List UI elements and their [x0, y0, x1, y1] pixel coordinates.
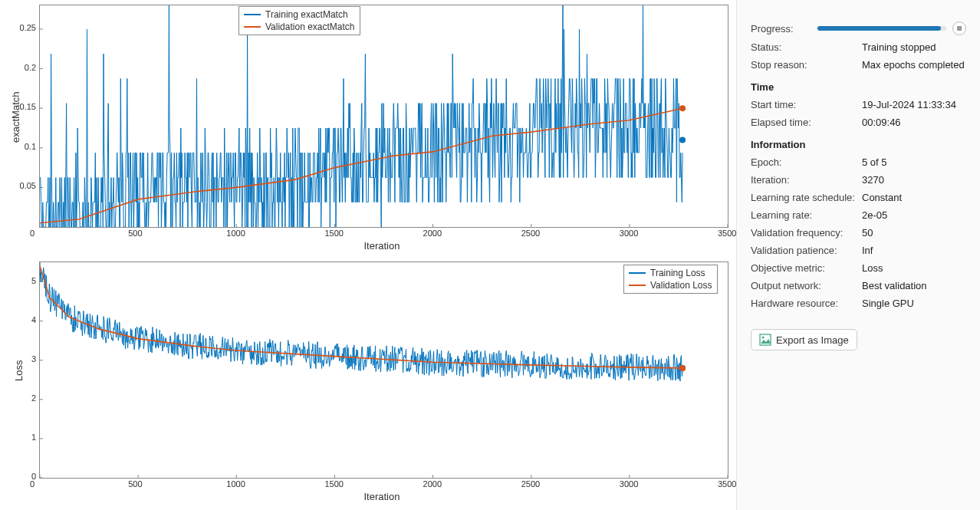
y-tick-label: 5 — [13, 276, 36, 285]
y-tick-label: 0.05 — [13, 181, 36, 190]
info-header: Information — [751, 139, 966, 150]
elapsed-value: 00:09:46 — [862, 117, 901, 128]
x-tick-label: 1500 — [324, 229, 343, 238]
info-panel: Progress: Status: Training stopped Stop … — [736, 0, 980, 510]
hw-value: Single GPU — [862, 298, 914, 309]
y-tick-label: 0.15 — [13, 102, 36, 111]
x-tick-label: 500 — [128, 479, 142, 489]
hw-label: Hardware resource: — [751, 298, 862, 309]
x-tick-label: 1000 — [226, 229, 245, 238]
vpat-value: Inf — [862, 245, 873, 256]
lrs-value: Constant — [862, 192, 902, 203]
y-tick-label: 3 — [13, 354, 36, 364]
x-tick-label: 3500 — [718, 229, 736, 238]
lr-label: Learning rate: — [751, 209, 862, 221]
y-axis-label-1: exactMatch — [10, 91, 21, 142]
legend-train-em: Training exactMatch — [265, 8, 348, 21]
export-button[interactable]: Export as Image — [751, 329, 857, 350]
y-tick-label: 0 — [13, 472, 36, 481]
x-tick-label: 0 — [30, 229, 35, 238]
outnet-label: Output network: — [751, 280, 862, 291]
svg-point-30 — [679, 365, 686, 371]
y-tick-label: 4 — [13, 315, 36, 324]
y-tick-label: 2 — [13, 393, 36, 403]
outnet-value: Best validation — [862, 280, 927, 291]
obj-label: Objective metric: — [751, 262, 862, 274]
status-label: Status: — [751, 41, 862, 53]
vfreq-label: Validation frequency: — [751, 227, 862, 239]
svg-point-14 — [679, 105, 686, 111]
epoch-label: Epoch: — [751, 156, 862, 168]
x-axis-label-2: Iteration — [364, 491, 400, 502]
start-time-value: 19-Jul-2024 11:33:34 — [862, 99, 956, 110]
exactmatch-chart — [39, 5, 728, 228]
x-tick-label: 2000 — [423, 479, 442, 489]
obj-value: Loss — [862, 262, 883, 274]
stop-reason-label: Stop reason: — [751, 59, 862, 71]
progress-label: Progress: — [751, 23, 817, 35]
stop-icon — [957, 26, 962, 31]
y-tick-label: 0.2 — [13, 63, 36, 72]
charts-panel: Training exactMatch Validation exactMatc… — [0, 0, 736, 510]
stop-button[interactable] — [952, 21, 966, 35]
x-tick-label: 3000 — [620, 479, 638, 489]
svg-point-13 — [679, 137, 686, 143]
epoch-value: 5 of 5 — [862, 156, 887, 168]
legend-train-loss: Training Loss — [650, 267, 705, 279]
progress-bar — [817, 26, 946, 31]
loss-legend: Training Loss Validation Loss — [623, 265, 718, 294]
x-tick-label: 2000 — [423, 229, 442, 238]
svg-point-32 — [762, 337, 765, 339]
x-tick-label: 2500 — [521, 229, 540, 238]
x-axis-label-1: Iteration — [364, 240, 400, 252]
x-tick-label: 3000 — [620, 229, 638, 238]
lr-value: 2e-05 — [862, 209, 887, 221]
y-tick-label: 0.1 — [13, 142, 36, 151]
x-tick-label: 1500 — [324, 479, 343, 489]
x-tick-label: 2500 — [521, 479, 540, 489]
exactmatch-legend: Training exactMatch Validation exactMatc… — [238, 6, 360, 35]
start-time-label: Start time: — [751, 99, 862, 110]
y-tick-label: 1 — [13, 433, 36, 442]
legend-val-em: Validation exactMatch — [265, 21, 355, 33]
x-tick-label: 500 — [128, 229, 142, 238]
time-header: Time — [751, 81, 966, 93]
image-icon — [759, 334, 771, 346]
y-tick-label: 0.25 — [13, 23, 36, 32]
loss-chart — [39, 262, 728, 479]
x-tick-label: 1000 — [226, 479, 245, 489]
vfreq-value: 50 — [862, 227, 873, 239]
stop-reason-value: Max epochs completed — [862, 59, 965, 71]
iter-label: Iteration: — [751, 174, 862, 186]
elapsed-label: Elapsed time: — [751, 117, 862, 128]
vpat-label: Validation patience: — [751, 245, 862, 256]
lrs-label: Learning rate schedule: — [751, 192, 862, 203]
legend-val-loss: Validation Loss — [650, 279, 712, 291]
x-tick-label: 3500 — [718, 479, 736, 489]
iter-value: 3270 — [862, 174, 884, 186]
export-label: Export as Image — [776, 334, 849, 346]
status-value: Training stopped — [862, 41, 936, 53]
